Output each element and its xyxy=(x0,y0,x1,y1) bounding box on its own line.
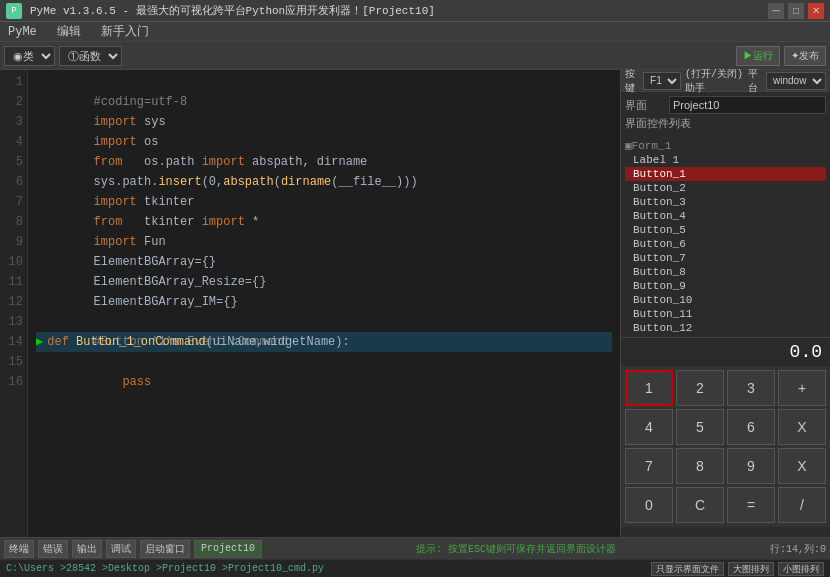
status-terminal[interactable]: 终端 xyxy=(4,540,34,558)
calc-btn-equals[interactable]: = xyxy=(727,487,775,523)
help-label: (打开/关闭) 助手 xyxy=(685,67,744,95)
face-row: 界面 xyxy=(625,96,826,114)
status-notice: 提示: 按置ESC键则可保存并返回界面设计器 xyxy=(266,542,766,556)
menu-edit[interactable]: 编辑 xyxy=(53,23,85,40)
platform-label: 平台 xyxy=(748,67,762,95)
code-line-1: #coding=utf-8 xyxy=(36,72,612,92)
status-bar: 终端 错误 输出 调试 启动窗口 Project10 提示: 按置ESC键则可保… xyxy=(0,537,830,559)
small-icon-btn[interactable]: 小图排列 xyxy=(778,562,824,576)
code-line-15: pass xyxy=(36,352,612,372)
calc-btn-9[interactable]: 9 xyxy=(727,448,775,484)
calc-btn-clear[interactable]: C xyxy=(676,487,724,523)
calc-btn-2[interactable]: 2 xyxy=(676,370,724,406)
widget-button2[interactable]: Button_2 xyxy=(625,181,826,195)
main-area: 1 2 3 4 5 6 7 8 9 10 11 12 13 14 15 16 #… xyxy=(0,70,830,537)
status-error[interactable]: 错误 xyxy=(38,540,68,558)
calc-btn-7[interactable]: 7 xyxy=(625,448,673,484)
menu-bar: PyMe 编辑 新手入门 xyxy=(0,22,830,42)
list-header: 界面控件列表 xyxy=(625,116,826,131)
status-line-info: 行:14,列:0 xyxy=(770,542,826,556)
status-output[interactable]: 输出 xyxy=(72,540,102,558)
window-select[interactable]: window xyxy=(766,72,826,90)
face-input[interactable] xyxy=(669,96,826,114)
calc-btn-0[interactable]: 0 xyxy=(625,487,673,523)
title-text: PyMe v1.3.6.5 - 最强大的可视化跨平台Python应用开发利器！[… xyxy=(30,3,435,18)
app-icon: P xyxy=(6,3,22,19)
code-editor: 1 2 3 4 5 6 7 8 9 10 11 12 13 14 15 16 #… xyxy=(0,70,620,537)
calc-btn-x[interactable]: X xyxy=(778,448,826,484)
calc-btn-plus[interactable]: + xyxy=(778,370,826,406)
publish-button[interactable]: ✦发布 xyxy=(784,46,826,66)
bottom-bar: C:\Users >28542 >Desktop >Project10 >Pro… xyxy=(0,559,830,577)
status-project10-tab[interactable]: Project10 xyxy=(194,540,262,558)
large-icon-btn[interactable]: 大图排列 xyxy=(728,562,774,576)
widget-button1[interactable]: Button_1 xyxy=(625,167,826,181)
widget-button10[interactable]: Button_10 xyxy=(625,293,826,307)
title-bar-left: P PyMe v1.3.6.5 - 最强大的可视化跨平台Python应用开发利器… xyxy=(6,3,435,19)
func-dropdown[interactable]: ①函数 xyxy=(59,46,122,66)
widget-button3[interactable]: Button_3 xyxy=(625,195,826,209)
calc-btn-3[interactable]: 3 xyxy=(727,370,775,406)
widget-button5[interactable]: Button_5 xyxy=(625,223,826,237)
widget-button9[interactable]: Button_9 xyxy=(625,279,826,293)
calc-btn-8[interactable]: 8 xyxy=(676,448,724,484)
widget-button8[interactable]: Button_8 xyxy=(625,265,826,279)
widget-group: ▣Form_1 xyxy=(625,139,826,152)
path-link[interactable]: C:\Users >28542 >Desktop >Project10 >Pro… xyxy=(6,563,324,574)
right-toolbar: 按键 F1 (打开/关闭) 助手 平台 window xyxy=(621,70,830,92)
widget-label1[interactable]: Label 1 xyxy=(625,153,826,167)
prop-panel: 界面 界面控件列表 xyxy=(621,92,830,137)
widget-button12[interactable]: Button_12 xyxy=(625,321,826,335)
calc-btn-1[interactable]: 1 xyxy=(625,370,673,406)
class-dropdown[interactable]: ◉类 xyxy=(4,46,55,66)
show-ui-files-btn[interactable]: 只显示界面文件 xyxy=(651,562,724,576)
code-line-13: #Button '1's Event :Command xyxy=(36,312,612,332)
face-label: 界面 xyxy=(625,98,665,113)
key-select[interactable]: F1 xyxy=(643,72,681,90)
close-button[interactable]: ✕ xyxy=(808,3,824,19)
calc-btn-multiply[interactable]: X xyxy=(778,409,826,445)
code-content[interactable]: #coding=utf-8 import sys import os from … xyxy=(28,70,620,537)
run-button[interactable]: ▶运行 xyxy=(736,46,780,66)
status-debug[interactable]: 调试 xyxy=(106,540,136,558)
calc-btn-4[interactable]: 4 xyxy=(625,409,673,445)
status-launch[interactable]: 启动窗口 xyxy=(140,540,190,558)
maximize-button[interactable]: □ xyxy=(788,3,804,19)
line-numbers: 1 2 3 4 5 6 7 8 9 10 11 12 13 14 15 16 xyxy=(0,70,28,537)
calc-btn-6[interactable]: 6 xyxy=(727,409,775,445)
widget-list: ▣Form_1 Label 1 Button_1 Button_2 Button… xyxy=(621,137,830,337)
widget-button4[interactable]: Button_4 xyxy=(625,209,826,223)
window-controls: ─ □ ✕ xyxy=(768,3,824,19)
menu-pyme[interactable]: PyMe xyxy=(4,25,41,39)
calc-buttons: 1 2 3 + 4 5 6 X 7 8 9 X 0 C = / xyxy=(621,366,830,527)
title-bar: P PyMe v1.3.6.5 - 最强大的可视化跨平台Python应用开发利器… xyxy=(0,0,830,22)
calc-btn-5[interactable]: 5 xyxy=(676,409,724,445)
widget-button6[interactable]: Button_6 xyxy=(625,237,826,251)
widget-button11[interactable]: Button_11 xyxy=(625,307,826,321)
widget-button7[interactable]: Button_7 xyxy=(625,251,826,265)
minimize-button[interactable]: ─ xyxy=(768,3,784,19)
right-panel: 按键 F1 (打开/关闭) 助手 平台 window 界面 界面控件列表 ▣Fo… xyxy=(620,70,830,537)
calc-display: 0.0 xyxy=(621,337,830,366)
calc-btn-divide[interactable]: / xyxy=(778,487,826,523)
menu-beginner[interactable]: 新手入门 xyxy=(97,23,153,40)
code-line-14: ▶ def Button_1_onCommand(uiName,widgetNa… xyxy=(36,332,612,352)
key-label: 按键 xyxy=(625,67,639,95)
